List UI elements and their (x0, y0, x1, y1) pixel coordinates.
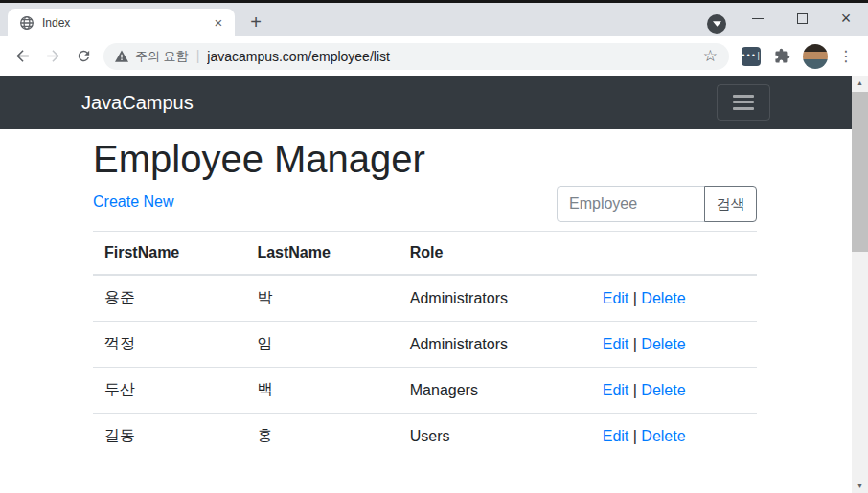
window-controls: × (736, 3, 868, 34)
maximize-button[interactable] (780, 3, 824, 34)
search-group: 검색 (557, 186, 757, 222)
cell-role: Users (399, 414, 591, 459)
header-firstname: FirstName (93, 232, 245, 276)
action-separator: | (633, 290, 637, 306)
cell-actions: Edit | Delete (591, 368, 757, 414)
tab-close-icon[interactable]: × (210, 14, 227, 32)
cell-lastname: 임 (245, 322, 398, 368)
table-row: 길동 홍 Users Edit | Delete (93, 414, 757, 459)
cell-role: Administrators (399, 322, 591, 368)
chevron-down-badge[interactable] (707, 14, 726, 34)
delete-link[interactable]: Delete (641, 290, 685, 306)
minimize-button[interactable] (736, 3, 780, 34)
forward-icon[interactable] (37, 41, 68, 72)
browser-toolbar: 주의 요함 | javacampus.com/employee/list ☆ •… (0, 36, 868, 76)
cell-actions: Edit | Delete (591, 275, 757, 322)
search-input[interactable] (557, 186, 705, 222)
edit-link[interactable]: Edit (603, 382, 629, 398)
url-separator: | (196, 48, 200, 63)
delete-link[interactable]: Delete (641, 336, 685, 352)
edit-link[interactable]: Edit (603, 428, 629, 444)
header-lastname: LastName (245, 232, 398, 276)
cell-firstname: 용준 (93, 275, 245, 322)
page-body: Employee Manager Create New 검색 FirstName… (0, 129, 868, 493)
hamburger-icon (733, 95, 754, 98)
navbar-toggler-button[interactable] (717, 84, 770, 121)
site-navbar: JavaCampus (0, 76, 868, 129)
search-button[interactable]: 검색 (704, 186, 757, 222)
header-role: Role (399, 232, 591, 276)
address-bar[interactable]: 주의 요함 | javacampus.com/employee/list ☆ (103, 43, 729, 70)
create-new-link[interactable]: Create New (93, 186, 173, 211)
bookmark-star-icon[interactable]: ☆ (703, 46, 718, 66)
table-header-row: FirstName LastName Role (93, 232, 757, 276)
cell-lastname: 백 (245, 368, 398, 414)
profile-avatar[interactable] (803, 44, 828, 69)
edit-link[interactable]: Edit (603, 290, 629, 306)
cell-role: Administrators (399, 275, 591, 322)
browser-window: Index × + × 주의 요함 | javacampus. (0, 0, 868, 493)
cell-lastname: 홍 (245, 414, 398, 459)
close-button[interactable]: × (824, 3, 868, 34)
cell-role: Managers (399, 368, 591, 414)
tab-title: Index (42, 16, 210, 30)
action-separator: | (633, 336, 637, 352)
back-icon[interactable] (7, 41, 37, 72)
employee-table: FirstName LastName Role 용준 박 Administrat… (93, 231, 757, 459)
page-title: Employee Manager (93, 129, 757, 182)
password-extension-icon[interactable]: •••| (742, 47, 761, 66)
cell-firstname: 길동 (93, 414, 245, 459)
brand-link[interactable]: JavaCampus (81, 92, 194, 114)
browser-menu-icon[interactable]: ⋮ (838, 47, 854, 65)
warning-icon[interactable] (115, 50, 128, 62)
delete-link[interactable]: Delete (641, 382, 685, 398)
scroll-up-icon[interactable]: ▲ (852, 76, 868, 90)
url-text[interactable]: javacampus.com/employee/list (207, 49, 695, 64)
scrollbar-thumb[interactable] (852, 92, 868, 252)
globe-icon (19, 15, 34, 31)
new-tab-button[interactable]: + (243, 11, 268, 34)
action-separator: | (633, 428, 637, 444)
table-row: 두산 백 Managers Edit | Delete (93, 368, 757, 414)
cell-firstname: 두산 (93, 368, 245, 414)
security-warning-label: 주의 요함 (135, 48, 189, 65)
cell-lastname: 박 (245, 275, 398, 322)
edit-link[interactable]: Edit (603, 336, 629, 352)
browser-tab[interactable]: Index × (8, 9, 235, 36)
reload-icon[interactable] (68, 41, 99, 72)
extensions-puzzle-icon[interactable] (774, 48, 790, 64)
page-scrollbar[interactable]: ▲ ▼ (852, 76, 868, 493)
cell-actions: Edit | Delete (591, 414, 757, 459)
table-row: 꺽정 임 Administrators Edit | Delete (93, 322, 757, 368)
table-row: 용준 박 Administrators Edit | Delete (93, 275, 757, 322)
delete-link[interactable]: Delete (641, 428, 685, 444)
scroll-down-icon[interactable]: ▼ (852, 479, 868, 493)
action-separator: | (633, 382, 637, 398)
cell-actions: Edit | Delete (591, 322, 757, 368)
cell-firstname: 꺽정 (93, 322, 245, 368)
tab-strip: Index × + × (0, 3, 868, 36)
